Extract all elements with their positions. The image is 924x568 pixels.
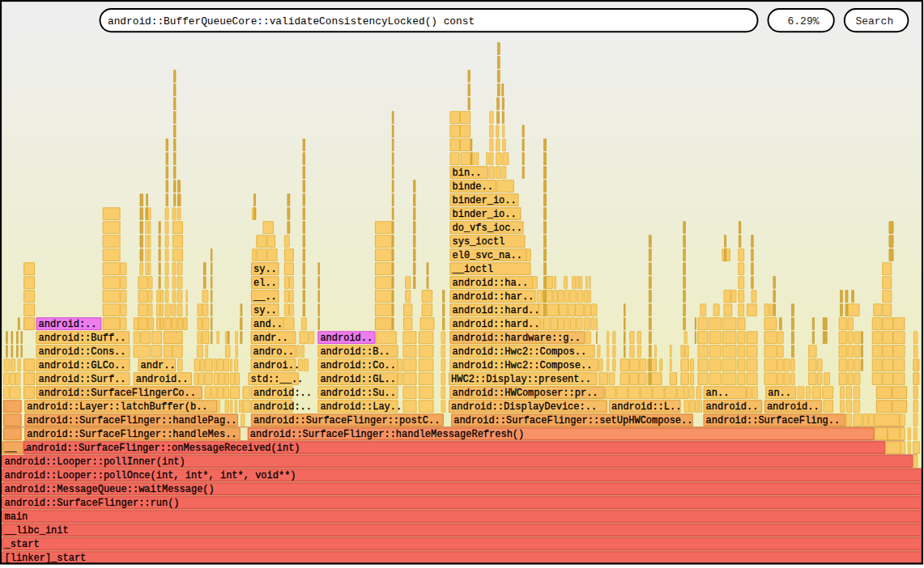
- svg-text:android::ha..: android::ha..: [453, 278, 529, 289]
- svg-text:android::DisplayDevice:..: android::DisplayDevice:..: [451, 401, 597, 413]
- svg-text:an..: an..: [768, 388, 791, 399]
- svg-text:android..: android..: [136, 374, 189, 385]
- svg-text:do_vfs_ioc..: do_vfs_ioc..: [453, 223, 522, 234]
- svg-text:android::Lay..: android::Lay..: [320, 401, 402, 413]
- svg-text:andr..: andr..: [253, 333, 288, 344]
- svg-text:HWC2::Display::present..: HWC2::Display::present..: [451, 374, 591, 385]
- svg-text:_start: _start: [4, 539, 40, 550]
- svg-text:android::hardware::g..: android::hardware::g..: [453, 333, 581, 344]
- svg-text:Search: Search: [855, 15, 893, 28]
- svg-text:android::Hwc2::Compos..: android::Hwc2::Compos..: [453, 346, 587, 358]
- svg-text:android::SurfaceFlinger::handl: android::SurfaceFlinger::handleMessageRe…: [250, 429, 524, 440]
- svg-text:sys_ioctl: sys_ioctl: [453, 236, 505, 248]
- svg-text:android::Surf..: android::Surf..: [39, 374, 126, 385]
- svg-text:std::__..: std::__..: [251, 374, 304, 385]
- svg-text:android:..: android:..: [253, 388, 312, 399]
- svg-text:android::SurfaceFlinger::postC: android::SurfaceFlinger::postC..: [253, 415, 440, 426]
- svg-text:an..: an..: [706, 388, 730, 399]
- svg-text:android::hard..: android::hard..: [453, 305, 540, 316]
- svg-text:android:..: android:..: [253, 401, 312, 413]
- svg-text:android..: android..: [320, 333, 373, 344]
- svg-text:binde..: binde..: [453, 181, 493, 193]
- svg-text:android::Layer::latchBuffer(b.: android::Layer::latchBuffer(b..: [27, 401, 207, 413]
- svg-text:android::B..: android::B..: [320, 346, 390, 358]
- svg-text:android:..: android:..: [39, 319, 97, 330]
- svg-text:android::MessageQueue::waitMes: android::MessageQueue::waitMessage(): [5, 484, 215, 495]
- svg-text:android..: android..: [767, 401, 820, 413]
- svg-text:android::Hwc2::Compose..: android::Hwc2::Compose..: [453, 360, 593, 371]
- svg-text:__libc_init: __libc_init: [4, 525, 69, 536]
- svg-text:bin..: bin..: [453, 167, 482, 179]
- svg-text:android::SurfaceFlinger::handl: android::SurfaceFlinger::handlePag..: [27, 415, 236, 426]
- svg-text:6.29%: 6.29%: [787, 15, 819, 28]
- svg-text:sy..: sy..: [253, 305, 277, 316]
- svg-text:android::GLCo..: android::GLCo..: [39, 360, 126, 371]
- svg-text:androi..: androi..: [253, 360, 300, 371]
- svg-text:android::SurfaceFlinger::onMes: android::SurfaceFlinger::onMessageReceiv…: [26, 443, 300, 454]
- svg-text:el0_svc_na..: el0_svc_na..: [453, 250, 522, 261]
- svg-text:__ .: __ .: [4, 443, 28, 454]
- svg-text:android::Buff..: android::Buff..: [39, 333, 126, 344]
- svg-text:android::BufferQueueCore::vali: android::BufferQueueCore::validateConsis…: [108, 15, 475, 28]
- svg-text:__ioctl: __ioctl: [452, 264, 493, 275]
- svg-text:android::Looper::pollOnce(int,: android::Looper::pollOnce(int, int*, int…: [5, 470, 296, 481]
- svg-text:android::SurfaceFlinger::run(): android::SurfaceFlinger::run(): [5, 498, 180, 509]
- svg-text:android::SurfaceFlinger::handl: android::SurfaceFlinger::handleMes..: [27, 429, 236, 440]
- svg-text:android::L..: android::L..: [611, 401, 681, 413]
- svg-text:android::hard..: android::hard..: [453, 319, 540, 330]
- svg-text:android::har..: android::har..: [453, 291, 534, 303]
- svg-text:android::Su..: android::Su..: [320, 388, 396, 399]
- svg-text:binder_io..: binder_io..: [453, 195, 517, 206]
- svg-text:android::Cons..: android::Cons..: [39, 346, 126, 358]
- svg-text:android::HWComposer::pr..: android::HWComposer::pr..: [453, 388, 598, 399]
- svg-text:android..: android..: [706, 401, 759, 413]
- svg-text:android::Looper::pollInner(int: android::Looper::pollInner(int): [5, 456, 185, 468]
- svg-text:android::SurfaceFlinger::setUp: android::SurfaceFlinger::setUpHWCompose.…: [453, 415, 692, 426]
- svg-text:andro..: andro..: [253, 346, 294, 358]
- svg-text:android::GL..: android::GL..: [320, 374, 396, 385]
- svg-text:main: main: [5, 511, 28, 523]
- svg-text:android::SurfaceFling..: android::SurfaceFling..: [706, 415, 841, 426]
- svg-text:and..: and..: [253, 319, 283, 330]
- svg-text:android::Co..: android::Co..: [320, 360, 396, 371]
- svg-text:el..: el..: [253, 278, 277, 289]
- svg-text:binder_io..: binder_io..: [453, 209, 517, 220]
- svg-text:[linker]_start: [linker]_start: [5, 553, 87, 564]
- svg-text:andr..: andr..: [141, 360, 176, 371]
- svg-text:__..: __..: [253, 291, 277, 303]
- svg-text:android::SurfaceFlingerCo..: android::SurfaceFlingerCo..: [39, 388, 196, 399]
- svg-text:sy..: sy..: [253, 264, 277, 275]
